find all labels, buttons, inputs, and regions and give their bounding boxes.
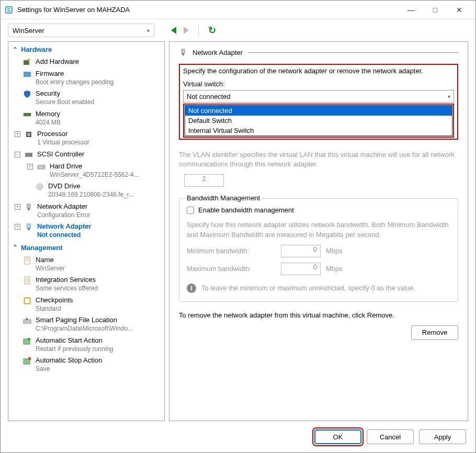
expand-icon[interactable]: + xyxy=(15,224,20,230)
vswitch-dropdown[interactable]: Not connected ▾ xyxy=(183,90,454,103)
info-icon: i xyxy=(187,284,196,293)
bandwidth-title: Bandwidth Management xyxy=(185,194,262,202)
expand-icon[interactable]: + xyxy=(15,131,20,137)
cancel-button[interactable]: Cancel xyxy=(367,429,414,444)
sidebar-item-network-adapter-1[interactable]: + Network AdapterConfiguration Error xyxy=(8,201,164,221)
main-panel: Network Adapter Specify the configuratio… xyxy=(169,41,468,421)
reload-button[interactable]: ↻ xyxy=(208,25,216,36)
maximize-button[interactable]: □ xyxy=(423,2,447,18)
nav-next-button[interactable] xyxy=(184,27,189,34)
remove-button[interactable]: Remove xyxy=(411,325,458,340)
hard-drive-icon xyxy=(37,163,46,171)
settings-icon xyxy=(5,6,13,14)
vlan-description: The VLAN identifier specifies the virtua… xyxy=(179,150,458,169)
autostop-icon xyxy=(23,357,31,365)
chevron-down-icon: ▾ xyxy=(448,94,450,99)
bandwidth-section: Bandwidth Management Enable bandwidth ma… xyxy=(179,196,458,302)
minimize-button[interactable]: — xyxy=(399,2,423,18)
bandwidth-checkbox[interactable] xyxy=(187,207,194,214)
remove-section: To remove the network adapter from this … xyxy=(179,311,458,340)
sidebar-item-scsi[interactable]: − SCSI Controller xyxy=(8,149,164,161)
category-hardware[interactable]: ⌃Hardware xyxy=(8,43,164,56)
sidebar-item-firmware[interactable]: FirmwareBoot entry changes pending xyxy=(8,68,164,88)
svg-rect-12 xyxy=(29,114,30,116)
autostart-icon xyxy=(23,337,31,345)
svg-rect-17 xyxy=(38,165,45,169)
name-icon xyxy=(23,256,31,265)
dropdown-option[interactable]: Internal Virtual Switch xyxy=(185,126,452,135)
expand-icon[interactable]: + xyxy=(15,204,20,210)
vm-dropdown[interactable]: WinServer ▾ xyxy=(8,24,154,37)
network-icon xyxy=(25,203,33,211)
vswitch-highlight: Specify the configuration of the network… xyxy=(179,64,458,140)
integration-icon xyxy=(23,276,31,285)
apply-button[interactable]: Apply xyxy=(419,429,466,444)
sidebar-item-integration[interactable]: Integration ServicesSome services offere… xyxy=(8,274,164,294)
toolbar: WinServer ▾ ↻ xyxy=(1,19,475,41)
collapse-icon: ⌃ xyxy=(13,244,18,251)
titlebar: Settings for WinServer on MAHZADA — □ ✕ xyxy=(1,1,475,19)
expand-icon[interactable]: + xyxy=(27,164,33,169)
svg-rect-10 xyxy=(26,114,27,116)
sidebar: ⌃Hardware Add Hardware FirmwareBoot entr… xyxy=(8,41,165,421)
content-area: ⌃Hardware Add Hardware FirmwareBoot entr… xyxy=(1,41,475,424)
sidebar-item-network-adapter-2[interactable]: + Network AdapterNot connected xyxy=(8,221,164,241)
svg-rect-22 xyxy=(28,208,30,210)
sidebar-item-dvd-drive[interactable]: DVD Drive20348.169.210806-2348.fe_r... xyxy=(8,180,164,200)
vswitch-label: Virtual switch: xyxy=(183,80,454,88)
unit-label: Mbps xyxy=(326,265,343,273)
dropdown-option[interactable]: Not connected xyxy=(185,106,452,116)
unit-label: Mbps xyxy=(326,247,343,255)
svg-rect-9 xyxy=(24,114,25,116)
svg-point-18 xyxy=(43,166,44,167)
svg-point-16 xyxy=(30,154,32,155)
svg-rect-6 xyxy=(27,60,30,61)
window-title: Settings for WinServer on MAHZADA xyxy=(17,6,399,14)
sidebar-item-memory[interactable]: Memory4024 MB xyxy=(8,108,164,128)
bandwidth-description: Specify how this network adapter utilize… xyxy=(187,220,450,239)
sidebar-item-processor[interactable]: + Processor1 Virtual processor xyxy=(8,128,164,148)
checkpoints-icon xyxy=(23,297,31,305)
panel-header: Network Adapter xyxy=(179,48,458,56)
sidebar-item-name[interactable]: NameWinServer xyxy=(8,254,164,274)
svg-rect-1 xyxy=(6,7,12,13)
sidebar-item-paging[interactable]: Smart Paging File LocationC:\ProgramData… xyxy=(8,314,164,334)
nav-buttons: ↻ xyxy=(171,25,216,36)
panel-title: Network Adapter xyxy=(192,49,243,56)
add-hardware-icon xyxy=(23,58,31,66)
sidebar-item-hard-drive[interactable]: + Hard DriveWinServer_4D5712E2-5562-4... xyxy=(8,161,164,180)
svg-point-20 xyxy=(39,186,41,188)
chevron-down-icon: ▾ xyxy=(147,28,150,33)
shield-icon xyxy=(23,90,31,98)
svg-rect-23 xyxy=(27,224,30,228)
svg-rect-34 xyxy=(28,357,31,360)
dropdown-option[interactable]: Default Switch xyxy=(185,116,452,126)
sidebar-item-autostart[interactable]: Automatic Start ActionRestart if previou… xyxy=(8,335,164,355)
divider xyxy=(248,52,458,53)
nav-prev-button[interactable] xyxy=(171,27,176,34)
remove-description: To remove the network adapter from this … xyxy=(179,311,458,319)
svg-rect-24 xyxy=(28,228,30,230)
svg-rect-2 xyxy=(7,8,10,9)
collapse-icon: ⌃ xyxy=(13,46,18,53)
network-icon xyxy=(179,48,187,56)
svg-rect-27 xyxy=(26,260,29,261)
sidebar-item-checkpoints[interactable]: CheckpointsStandard xyxy=(8,295,164,314)
firmware-icon xyxy=(23,70,31,78)
close-button[interactable]: ✕ xyxy=(447,2,471,18)
category-management[interactable]: ⌃Management xyxy=(8,241,164,254)
sidebar-item-add-hardware[interactable]: Add Hardware xyxy=(8,56,164,68)
svg-rect-26 xyxy=(26,258,29,259)
svg-rect-7 xyxy=(24,72,31,77)
bandwidth-enable-label: Enable bandwidth management xyxy=(198,206,294,214)
separator xyxy=(198,25,199,36)
network-icon xyxy=(25,223,33,231)
vswitch-dropdown-list: Not connected Default Switch Internal Vi… xyxy=(185,105,452,136)
min-bandwidth-input: 0 xyxy=(281,245,321,257)
collapse-icon[interactable]: − xyxy=(15,152,20,157)
memory-icon xyxy=(23,110,31,119)
sidebar-item-security[interactable]: SecuritySecure Boot enabled xyxy=(8,88,164,108)
bandwidth-group: Bandwidth Management Enable bandwidth ma… xyxy=(179,198,458,302)
sidebar-item-autostop[interactable]: Automatic Stop ActionSave xyxy=(8,355,164,375)
ok-button[interactable]: OK xyxy=(314,429,361,444)
